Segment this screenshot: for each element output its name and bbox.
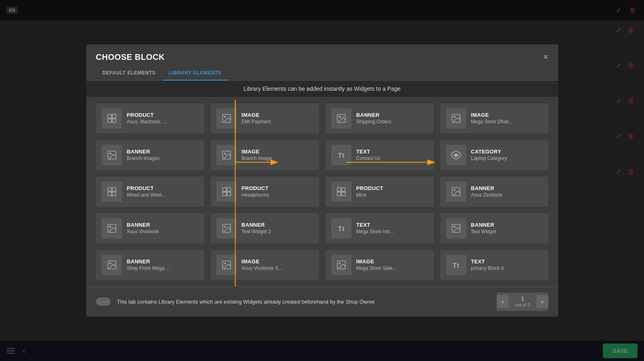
- block-info: IMAGEMega Store Dhak...: [471, 112, 543, 125]
- svg-rect-6: [112, 119, 116, 123]
- block-name: Headphones: [242, 192, 313, 198]
- block-type: BANNER: [242, 222, 313, 228]
- svg-point-14: [109, 153, 111, 154]
- block-info: BANNERTest Widget: [471, 222, 543, 234]
- svg-rect-22: [108, 192, 111, 196]
- modal-footer: This tab contains Library Elements which…: [86, 287, 558, 317]
- svg-rect-4: [112, 114, 116, 118]
- svg-rect-5: [108, 119, 111, 123]
- block-type: TEXT: [356, 149, 428, 155]
- block-item-15[interactable]: BANNERTest Widget: [440, 213, 548, 243]
- block-icon-product: [216, 182, 237, 202]
- block-icon-banner: [446, 182, 466, 202]
- svg-rect-24: [223, 188, 226, 191]
- block-item-9[interactable]: PRODUCTHeadphones: [211, 177, 319, 207]
- block-info: BANNERTest Widget 2: [242, 222, 313, 234]
- block-info: IMAGEAsus Vivobook X...: [242, 258, 313, 271]
- block-item-11[interactable]: BANNERAsus Zenbook: [440, 177, 548, 207]
- block-icon-banner: [102, 255, 122, 275]
- block-info: PRODUCTWired and Wirel...: [127, 185, 199, 198]
- block-info: PRODUCTMice: [356, 185, 428, 198]
- block-item-17[interactable]: IMAGEAsus Vivobook X...: [211, 250, 319, 280]
- block-item-5[interactable]: IMAGEBranch Image: [211, 140, 319, 170]
- svg-rect-26: [223, 192, 226, 196]
- block-icon-category: [446, 145, 466, 165]
- block-icon-banner: [446, 218, 466, 238]
- tab-library-elements[interactable]: LIBRARY ELEMENTS: [162, 67, 228, 81]
- block-item-10[interactable]: PRODUCTMice: [325, 177, 434, 207]
- svg-text:Tt: Tt: [452, 261, 459, 269]
- block-icon-product: [102, 108, 122, 129]
- footer-toggle[interactable]: [96, 298, 111, 306]
- choose-block-modal: CHOOSE BLOCK × DEFAULT ELEMENTS LIBRARY …: [86, 44, 558, 317]
- block-type: BANNER: [127, 149, 199, 155]
- block-item-14[interactable]: Tt TEXTMega Store Intr...: [325, 213, 434, 243]
- svg-point-35: [109, 226, 111, 227]
- block-type: IMAGE: [242, 112, 313, 118]
- block-name: Test Widget: [471, 229, 543, 234]
- block-item-13[interactable]: BANNERTest Widget 2: [211, 213, 319, 243]
- block-name: Shipping Orders: [356, 119, 428, 125]
- block-info: IMAGEBranch Image: [242, 149, 313, 161]
- modal-close-button[interactable]: ×: [543, 53, 548, 61]
- svg-text:Tt: Tt: [338, 151, 345, 159]
- pagination-prev[interactable]: ‹: [497, 295, 509, 308]
- block-item-6[interactable]: Tt TEXTContact Us: [325, 140, 434, 170]
- block-type: TEXT: [356, 222, 428, 228]
- block-info: CATEGORYLaptop Category: [471, 149, 543, 161]
- svg-point-10: [339, 116, 340, 117]
- block-name: Laptop Category: [471, 155, 543, 161]
- svg-rect-3: [108, 114, 111, 118]
- svg-point-42: [109, 263, 111, 264]
- block-info: BANNERBranch Images: [127, 149, 199, 161]
- block-info: TEXTContact Us: [356, 149, 428, 161]
- block-item-0[interactable]: PRODUCTAsus, Macbook, ...: [96, 103, 204, 133]
- block-item-7[interactable]: CATEGORYLaptop Category: [440, 140, 548, 170]
- block-item-2[interactable]: BANNERShipping Orders: [325, 103, 434, 133]
- block-info: TEXTMega Store Intr...: [356, 222, 428, 234]
- modal-overlay: CHOOSE BLOCK × DEFAULT ELEMENTS LIBRARY …: [0, 0, 644, 361]
- block-icon-image: [216, 255, 237, 275]
- tab-default-elements[interactable]: DEFAULT ELEMENTS: [96, 67, 162, 81]
- block-type: IMAGE: [242, 149, 313, 155]
- block-item-1[interactable]: IMAGEEMI Payment: [211, 103, 319, 133]
- block-item-19[interactable]: Tt TEXTprivacy Block 0: [440, 250, 548, 280]
- block-item-12[interactable]: BANNERAsus Vivobook: [96, 213, 204, 243]
- tooltip-banner: Library Elements can be added instantly …: [86, 81, 558, 97]
- block-type: PRODUCT: [127, 185, 199, 191]
- block-type: BANNER: [471, 222, 543, 228]
- block-item-18[interactable]: IMAGEMega Store Sale...: [325, 250, 434, 280]
- block-icon-banner: [331, 108, 351, 129]
- block-info: BANNERAsus Zenbook: [471, 185, 543, 198]
- block-name: EMI Payment: [242, 119, 313, 125]
- block-item-16[interactable]: BANNERShop From Mega ...: [96, 250, 204, 280]
- svg-point-33: [454, 189, 455, 190]
- pagination-next[interactable]: ›: [537, 295, 548, 308]
- svg-point-44: [224, 263, 225, 264]
- tabs-container: DEFAULT ELEMENTS LIBRARY ELEMENTS: [86, 62, 558, 81]
- block-item-4[interactable]: BANNERBranch Images: [96, 140, 204, 170]
- block-info: BANNERShop From Mega ...: [127, 258, 199, 271]
- modal-header: CHOOSE BLOCK ×: [86, 44, 558, 62]
- block-item-8[interactable]: PRODUCTWired and Wirel...: [96, 177, 204, 207]
- block-type: BANNER: [471, 185, 543, 191]
- svg-rect-21: [112, 188, 116, 191]
- block-type: PRODUCT: [356, 185, 428, 191]
- block-name: Branch Image: [242, 155, 313, 161]
- modal-content: PRODUCTAsus, Macbook, ... IMAGEEMI Payme…: [86, 97, 558, 287]
- block-info: TEXTprivacy Block 0: [471, 258, 543, 271]
- block-type: BANNER: [127, 258, 199, 265]
- block-type: BANNER: [127, 222, 199, 228]
- block-icon-product: [102, 182, 122, 202]
- block-name: Asus Vivobook: [127, 229, 199, 234]
- block-name: Shop From Mega ...: [127, 265, 199, 271]
- svg-rect-23: [112, 192, 116, 196]
- svg-rect-20: [108, 188, 111, 191]
- block-type: BANNER: [356, 112, 428, 118]
- block-name: Mega Store Sale...: [356, 265, 428, 271]
- block-name: Contact Us: [356, 155, 428, 161]
- block-icon-text: Tt: [446, 255, 466, 275]
- block-info: BANNERShipping Orders: [356, 112, 428, 125]
- block-item-3[interactable]: IMAGEMega Store Dhak...: [440, 103, 548, 133]
- svg-point-16: [224, 153, 225, 154]
